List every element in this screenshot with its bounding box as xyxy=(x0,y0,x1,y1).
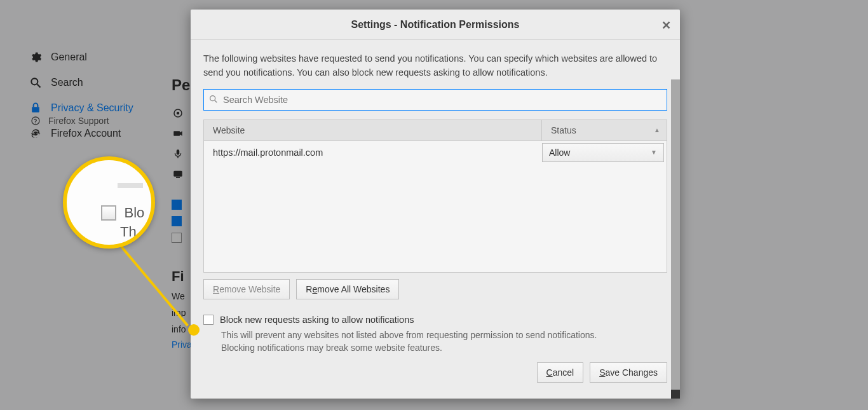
chevron-down-icon: ▼ xyxy=(651,149,657,156)
resize-grip[interactable] xyxy=(671,390,680,399)
annotation-target-dot xyxy=(188,324,200,336)
column-website[interactable]: Website xyxy=(204,120,542,140)
notification-permissions-dialog: Settings - Notification Permissions ✕ Th… xyxy=(191,10,680,399)
cancel-button[interactable]: Cancel xyxy=(537,362,584,383)
table-actions: Remove Website Remove All Websites xyxy=(203,279,667,299)
remove-all-websites-button[interactable]: Remove All Websites xyxy=(296,279,399,299)
search-icon xyxy=(208,94,219,104)
remove-website-button[interactable]: Remove Website xyxy=(203,279,290,299)
permissions-table: Website Status ▲ https://mail.protonmail… xyxy=(203,120,667,273)
column-status-label: Status xyxy=(551,125,576,135)
dialog-description: The following websites have requested to… xyxy=(203,51,667,80)
annotation-decoration xyxy=(118,183,143,188)
svg-line-11 xyxy=(215,100,217,102)
dialog-footer: Cancel Save Changes xyxy=(203,362,667,383)
save-changes-button[interactable]: Save Changes xyxy=(590,362,667,383)
dialog-title: Settings - Notification Permissions xyxy=(351,19,520,31)
annotation-zoom-circle: Blo Th xyxy=(63,156,155,249)
search-website-input[interactable] xyxy=(203,89,667,111)
status-dropdown[interactable]: Allow ▼ xyxy=(542,143,664,162)
table-header: Website Status ▲ xyxy=(204,120,667,141)
close-icon[interactable]: ✕ xyxy=(661,18,671,32)
status-value: Allow xyxy=(549,147,570,158)
dialog-body: The following websites have requested to… xyxy=(191,40,680,399)
annotation-text: Blo xyxy=(124,205,144,221)
search-wrapper xyxy=(203,89,667,111)
scrollbar[interactable] xyxy=(671,79,680,399)
website-url: https://mail.protonmail.com xyxy=(204,147,542,158)
svg-point-10 xyxy=(210,96,215,101)
annotation-checkbox xyxy=(101,205,116,221)
annotation-text: Th xyxy=(120,224,137,240)
table-empty-area xyxy=(204,164,667,272)
block-new-requests-hint: This will prevent any websites not liste… xyxy=(221,329,628,355)
dialog-header: Settings - Notification Permissions ✕ xyxy=(191,10,680,40)
sort-arrow-icon: ▲ xyxy=(654,126,660,133)
column-status[interactable]: Status ▲ xyxy=(542,120,667,140)
table-row[interactable]: https://mail.protonmail.com Allow ▼ xyxy=(204,141,667,164)
block-new-requests-label: Block new requests asking to allow notif… xyxy=(220,315,414,325)
block-new-requests-section: Block new requests asking to allow notif… xyxy=(203,315,667,355)
block-new-requests-checkbox[interactable] xyxy=(203,315,214,325)
